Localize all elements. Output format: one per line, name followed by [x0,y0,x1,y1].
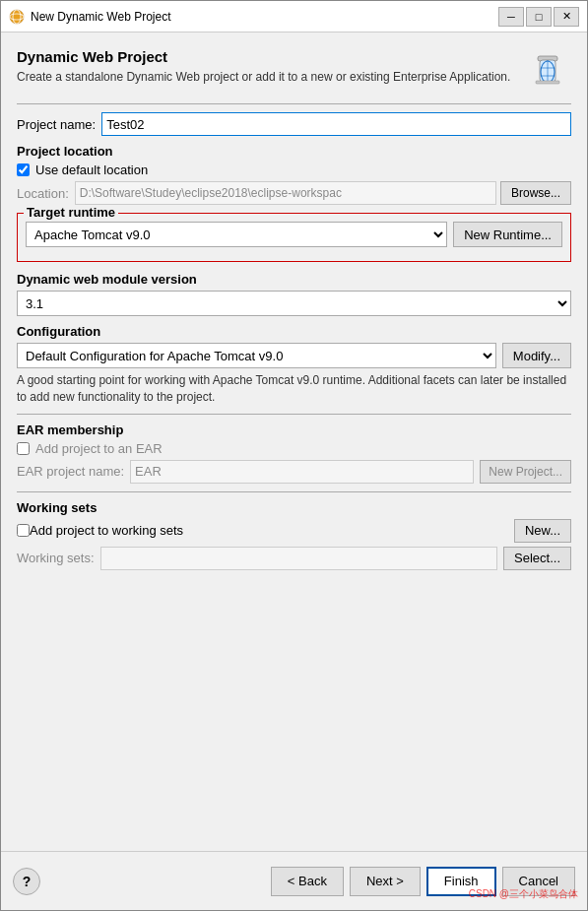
add-to-ear-checkbox[interactable] [17,442,30,455]
use-default-location-row: Use default location [17,163,571,177]
add-to-ear-label: Add project to an EAR [35,441,163,456]
main-window: New Dynamic Web Project ─ □ ✕ Dynamic We… [0,0,588,911]
project-name-row: Project name: [17,112,571,136]
header-divider [17,103,571,104]
configuration-title: Configuration [17,324,571,339]
working-sets-row: Working sets: Select... [17,547,571,570]
ear-title: EAR membership [17,423,571,437]
working-sets-label: Working sets: [17,551,95,565]
project-location-title: Project location [17,144,571,159]
window-title: New Dynamic Web Project [31,10,498,24]
configuration-select[interactable]: Default Configuration for Apache Tomcat … [17,343,496,368]
target-runtime-row: Apache Tomcat v9.0 <None> New Runtime... [26,222,562,247]
new-project-button[interactable]: New Project... [480,460,571,484]
ear-section: EAR membership Add project to an EAR EAR… [17,423,571,484]
working-sets-input[interactable] [100,547,498,570]
location-label: Location: [17,186,69,201]
page-title: Dynamic Web Project [17,48,524,65]
svg-rect-9 [536,81,559,84]
new-runtime-button[interactable]: New Runtime... [453,222,562,247]
web-module-section: Dynamic web module version 3.1 3.0 2.5 2… [17,272,571,316]
configuration-row: Default Configuration for Apache Tomcat … [17,343,571,368]
title-bar: New Dynamic Web Project ─ □ ✕ [1,1,587,33]
web-module-select[interactable]: 3.1 3.0 2.5 2.4 [17,291,571,316]
add-to-ws-row: Add project to working sets New... [17,519,571,543]
svg-point-0 [10,10,24,24]
configuration-section: Configuration Default Configuration for … [17,324,571,406]
help-button[interactable]: ? [13,868,40,895]
ear-project-label: EAR project name: [17,464,124,479]
globe-icon [524,48,571,96]
ear-project-row: EAR project name: New Project... [17,460,571,484]
maximize-button[interactable]: □ [526,7,552,27]
new-working-set-button[interactable]: New... [514,519,571,543]
browse-button[interactable]: Browse... [500,181,571,205]
ear-project-input[interactable] [130,460,474,484]
add-to-ws-checkbox[interactable] [17,524,30,537]
web-module-row: 3.1 3.0 2.5 2.4 [17,291,571,316]
eclipse-icon [9,9,25,25]
section-divider-2 [17,491,571,492]
web-module-title: Dynamic web module version [17,272,571,287]
minimize-button[interactable]: ─ [498,7,524,27]
configuration-description: A good starting point for working with A… [17,372,571,406]
page-header: Dynamic Web Project Create a standalone … [17,48,571,96]
next-button[interactable]: Next > [350,867,421,896]
project-name-input[interactable] [101,112,571,136]
select-working-sets-button[interactable]: Select... [503,547,571,570]
close-button[interactable]: ✕ [554,7,579,27]
section-divider-1 [17,414,571,415]
back-button[interactable]: < Back [271,867,344,896]
use-default-label: Use default location [35,163,148,177]
location-input[interactable] [75,181,496,205]
content-area: Dynamic Web Project Create a standalone … [1,33,587,851]
target-runtime-section: Target runtime Apache Tomcat v9.0 <None>… [17,213,571,262]
page-description: Create a standalone Dynamic Web project … [17,69,524,86]
add-to-ear-row: Add project to an EAR [17,441,571,456]
page-header-text: Dynamic Web Project Create a standalone … [17,48,524,86]
target-runtime-select[interactable]: Apache Tomcat v9.0 <None> [26,222,447,247]
window-controls: ─ □ ✕ [498,7,579,27]
working-sets-title: Working sets [17,500,571,515]
use-default-checkbox[interactable] [17,163,30,176]
location-row: Location: Browse... [17,181,571,205]
add-to-ws-label: Add project to working sets [30,523,504,538]
working-sets-section: Working sets Add project to working sets… [17,500,571,570]
watermark: CSDN @三个小菜鸟合体 [469,887,578,901]
footer-area: ? < Back Next > Finish Cancel [1,851,587,910]
modify-button[interactable]: Modify... [502,343,571,368]
target-runtime-title: Target runtime [24,205,118,220]
project-name-label: Project name: [17,117,96,132]
